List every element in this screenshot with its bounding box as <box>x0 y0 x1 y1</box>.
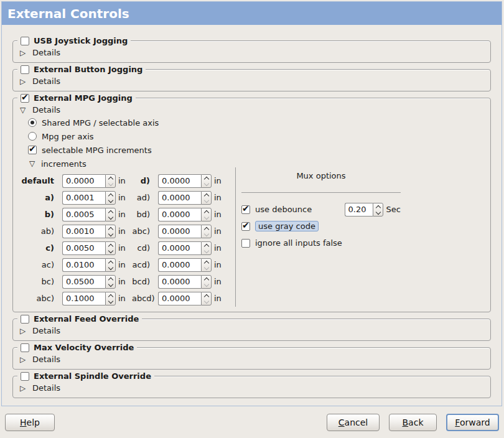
spin-up-button[interactable] <box>106 225 115 231</box>
spin-up-button[interactable] <box>202 242 211 248</box>
spin-up-button[interactable] <box>202 259 211 265</box>
spin-down-button[interactable] <box>106 282 115 288</box>
use-debounce-checkbox[interactable]: ✔ <box>241 205 250 214</box>
increment-spinbox-acd[interactable]: 0.0000 <box>158 258 212 272</box>
increment-spinbox-abc-right[interactable]: 0.0000 <box>158 225 212 238</box>
increment-spinbox-ad[interactable]: 0.0000 <box>158 191 212 205</box>
check-icon: ✔ <box>242 220 250 230</box>
spin-up-button[interactable] <box>106 192 115 198</box>
spin-entry[interactable]: 0.0001 <box>62 191 105 205</box>
cancel-button[interactable]: Cancel <box>327 414 380 431</box>
spin-entry[interactable]: 0.0000 <box>158 191 201 205</box>
spin-up-button[interactable] <box>202 175 211 181</box>
spin-up-button[interactable] <box>202 276 211 282</box>
spin-entry[interactable]: 0.0050 <box>62 241 105 255</box>
spin-entry[interactable]: 0.0000 <box>158 174 201 188</box>
spin-entry[interactable]: 0.0000 <box>158 258 201 272</box>
shared-mpg-radio[interactable] <box>28 118 37 127</box>
spin-down-button[interactable] <box>202 181 211 187</box>
details-expander-external-feed[interactable]: ▷ Details <box>13 325 490 337</box>
spin-up-button[interactable] <box>202 192 211 198</box>
spin-entry[interactable]: 0.0000 <box>62 174 105 188</box>
increment-label-cd: cd) <box>132 243 154 253</box>
increment-spinbox-a[interactable]: 0.0001 <box>62 191 116 205</box>
spin-entry[interactable]: 0.0000 <box>158 241 201 255</box>
details-expander-external-spindle[interactable]: ▷ Details <box>13 382 490 394</box>
spin-up-button[interactable] <box>202 292 211 299</box>
spin-down-button[interactable] <box>202 231 211 238</box>
spin-up-button[interactable] <box>373 203 383 210</box>
increment-spinbox-b[interactable]: 0.0005 <box>62 208 116 221</box>
spin-down-button[interactable] <box>106 215 115 221</box>
ignore-all-inputs-checkbox[interactable] <box>241 239 250 248</box>
ignore-inputs-row: ignore all inputs false <box>241 235 401 251</box>
spin-down-button[interactable] <box>202 198 211 204</box>
spin-down-button[interactable] <box>202 282 211 288</box>
increment-spinbox-bc[interactable]: 0.0500 <box>62 275 116 289</box>
back-button[interactable]: Back <box>389 414 437 431</box>
max-velocity-override-checkbox[interactable] <box>21 343 29 352</box>
spin-down-button[interactable] <box>106 248 115 254</box>
increment-spinbox-cd[interactable]: 0.0000 <box>158 241 212 255</box>
spin-entry[interactable]: 0.0000 <box>158 208 201 221</box>
spin-entry[interactable]: 0.0100 <box>62 258 105 272</box>
external-mpg-jogging-checkbox[interactable]: ✔ <box>21 94 29 103</box>
spin-up-button[interactable] <box>202 225 211 231</box>
spin-up-button[interactable] <box>106 208 115 215</box>
spin-down-button[interactable] <box>202 299 211 305</box>
external-feed-override-checkbox[interactable] <box>21 315 29 324</box>
mpg-per-axis-radio[interactable] <box>28 132 37 141</box>
unit-label: in <box>116 176 132 185</box>
spin-down-button[interactable] <box>106 231 115 238</box>
increment-spinbox-ab[interactable]: 0.0010 <box>62 225 116 238</box>
spin-entry[interactable]: 0.0500 <box>62 275 105 289</box>
frame-usb-joystick-jogging: USB Joystick Jogging ▷ Details <box>12 40 491 63</box>
spin-down-button[interactable] <box>202 248 211 254</box>
selectable-mpg-increments-checkbox[interactable]: ✔ <box>28 146 37 154</box>
spin-entry[interactable]: 0.0000 <box>158 225 201 238</box>
checkbox-label-focused[interactable]: use gray code <box>255 221 319 231</box>
increment-spinbox-d[interactable]: 0.0000 <box>158 174 212 188</box>
increment-spinbox-c[interactable]: 0.0050 <box>62 241 116 255</box>
spin-down-button[interactable] <box>202 215 211 221</box>
spin-up-button[interactable] <box>202 208 211 215</box>
increment-label-abc-right: abc) <box>132 226 154 236</box>
spin-up-button[interactable] <box>106 292 115 299</box>
spin-up-button[interactable] <box>106 276 115 282</box>
spin-up-button[interactable] <box>106 175 115 181</box>
details-expander-external-mpg[interactable]: ▽ Details <box>13 104 490 116</box>
spin-down-button[interactable] <box>106 181 115 187</box>
increment-spinbox-bcd[interactable]: 0.0000 <box>158 275 212 289</box>
help-button[interactable]: Help <box>5 414 55 431</box>
usb-joystick-jogging-checkbox[interactable] <box>21 37 29 45</box>
external-spindle-override-checkbox[interactable] <box>21 372 29 381</box>
spin-up-button[interactable] <box>106 242 115 248</box>
details-expander-max-velocity[interactable]: ▷ Details <box>13 353 490 365</box>
debounce-seconds-spinbox[interactable]: 0.20 <box>345 203 383 217</box>
details-label: Details <box>32 383 60 393</box>
spin-down-button[interactable] <box>373 210 383 216</box>
increment-spinbox-ac[interactable]: 0.0100 <box>62 258 116 272</box>
spin-entry[interactable]: 0.0000 <box>158 275 201 289</box>
spin-down-button[interactable] <box>106 265 115 271</box>
spin-entry[interactable]: 0.0005 <box>62 208 105 221</box>
increment-spinbox-abcd[interactable]: 0.0000 <box>158 292 212 305</box>
spin-entry[interactable]: 0.20 <box>345 203 373 217</box>
increment-spinbox-abc[interactable]: 0.1000 <box>62 292 116 305</box>
increment-label-c: c) <box>16 243 58 253</box>
spin-entry[interactable]: 0.0010 <box>62 225 105 238</box>
external-button-jogging-checkbox[interactable] <box>21 65 29 74</box>
spin-entry[interactable]: 0.0000 <box>158 292 201 305</box>
spin-down-button[interactable] <box>106 299 115 305</box>
increment-spinbox-bd[interactable]: 0.0000 <box>158 208 212 221</box>
expander-open-icon: ▽ <box>19 106 27 114</box>
spin-down-button[interactable] <box>202 265 211 271</box>
use-gray-code-checkbox[interactable]: ✔ <box>241 222 250 231</box>
details-expander-usb-joystick[interactable]: ▷ Details <box>13 47 490 58</box>
forward-button[interactable]: Forward <box>446 414 499 431</box>
increment-spinbox-default[interactable]: 0.0000 <box>62 174 116 188</box>
spin-up-button[interactable] <box>106 259 115 265</box>
spin-down-button[interactable] <box>106 198 115 204</box>
details-expander-external-button[interactable]: ▷ Details <box>13 75 490 87</box>
spin-entry[interactable]: 0.1000 <box>62 292 105 305</box>
